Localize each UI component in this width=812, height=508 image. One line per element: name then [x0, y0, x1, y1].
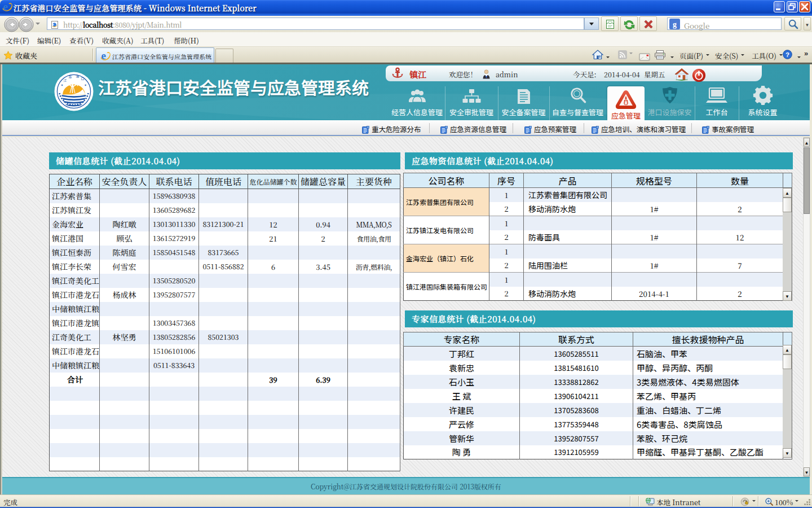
- svg-text:g: g: [673, 20, 677, 29]
- svg-text:口: 口: [81, 76, 85, 81]
- svg-text:✦: ✦: [61, 82, 64, 87]
- svg-text:江: 江: [64, 78, 67, 83]
- svg-text:?: ?: [785, 51, 789, 58]
- svg-text:苏: 苏: [69, 75, 72, 80]
- svg-text:✦: ✦: [84, 82, 87, 87]
- svg-text:港: 港: [76, 74, 80, 79]
